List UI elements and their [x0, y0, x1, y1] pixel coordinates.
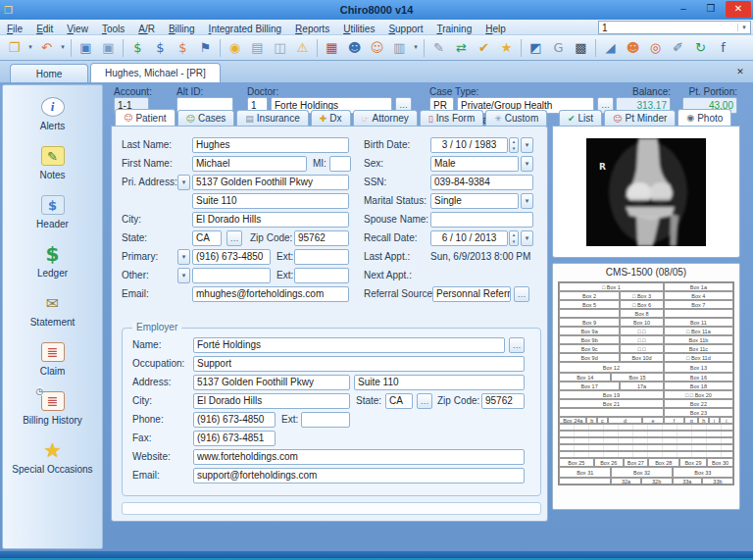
menu-item-integrated-billing[interactable]: Integrated Billing — [202, 24, 289, 34]
other-phone-dropdown-icon[interactable]: ▾ — [177, 268, 190, 283]
coin-icon[interactable]: ◉ — [225, 37, 245, 58]
target-icon[interactable]: ◎ — [645, 37, 666, 58]
ssn-input[interactable]: 039-84-9384 — [430, 175, 533, 190]
sidebar-item-claim[interactable]: ≣Claim — [3, 340, 102, 377]
refund-dollar-icon[interactable]: $ — [173, 37, 193, 58]
primary-phone-input[interactable]: (916) 673-4850 — [192, 249, 271, 265]
puzzle-icon[interactable]: ◩ — [526, 37, 546, 58]
tab-photo[interactable]: ◉Photo — [678, 109, 731, 126]
undo-icon[interactable]: ↶ — [36, 37, 57, 58]
patient-icon[interactable]: ☺ — [367, 37, 387, 58]
primary-ext-input[interactable] — [294, 249, 349, 265]
last-name-input[interactable]: Hughes — [192, 137, 349, 153]
chart-icon[interactable]: ◢ — [600, 37, 621, 58]
mi-input[interactable] — [329, 156, 351, 172]
address-book-icon[interactable]: ▥ — [389, 37, 410, 58]
employer-phone-input[interactable]: (916) 673-4850 — [193, 412, 276, 428]
minimize-button[interactable]: – — [671, 1, 696, 18]
fax-input[interactable]: (916) 673-4851 — [193, 431, 276, 446]
tab-list[interactable]: ✔List — [559, 110, 602, 126]
menu-item-file[interactable]: File — [0, 24, 29, 34]
zip-input[interactable]: 95762 — [294, 230, 349, 246]
patients-icon[interactable]: ☻ — [344, 37, 365, 58]
employer-name-input[interactable]: Forté Holdings — [193, 337, 505, 353]
occupation-input[interactable]: Support — [193, 356, 525, 372]
tab-home[interactable]: Home — [10, 64, 88, 82]
menu-item-help[interactable]: Help — [478, 24, 513, 34]
employer-zip-input[interactable]: 95762 — [481, 393, 525, 409]
menu-item-a-r[interactable]: A/R — [131, 24, 162, 34]
quick-search-combo[interactable]: 1 ▾ — [598, 21, 751, 34]
address2-input[interactable]: Suite 110 — [192, 193, 349, 209]
sidebar-item-ledger[interactable]: $Ledger — [3, 242, 102, 279]
tab-dx[interactable]: ✚Dx — [311, 110, 351, 126]
close-button[interactable]: ✕ — [726, 1, 751, 18]
charge-dollar-icon[interactable]: $ — [150, 37, 171, 58]
address1-input[interactable]: 5137 Golden Foothill Pkwy — [192, 175, 349, 190]
g-service-icon[interactable]: G — [548, 37, 569, 58]
other-ext-input[interactable] — [294, 268, 349, 283]
refresh-icon[interactable]: ↻ — [690, 37, 711, 58]
sidebar-item-notes[interactable]: ✎Notes — [3, 144, 102, 180]
shield-check-icon[interactable]: ✔ — [474, 37, 494, 58]
tab-patient[interactable]: ☺Patient — [115, 109, 176, 126]
edit-pen-icon[interactable]: ✐ — [668, 37, 688, 58]
website-input[interactable]: www.forteholdings.com — [193, 449, 525, 465]
tab-close-icon[interactable]: ✕ — [733, 65, 747, 78]
menu-item-view[interactable]: View — [60, 24, 95, 34]
tab-patient-hughes[interactable]: Hughes, Michael - [PR] — [90, 63, 221, 82]
marital-select[interactable]: Single — [430, 193, 519, 209]
employer-lookup-button[interactable]: … — [509, 337, 525, 353]
sex-dropdown-icon[interactable]: ▾ — [521, 156, 533, 172]
printer-icon[interactable]: ▤ — [247, 37, 268, 58]
recall-date-spinner[interactable]: ▴▾ — [509, 230, 519, 246]
recall-date-input[interactable]: 6 / 10 / 2013 — [430, 230, 508, 246]
chevron-down-icon[interactable]: ▾ — [737, 24, 750, 31]
star-icon[interactable]: ★ — [496, 37, 517, 58]
archive-icon[interactable]: ◫ — [270, 37, 290, 58]
employer-state-lookup-button[interactable]: … — [417, 393, 432, 409]
payment-dollar-icon[interactable]: $ — [127, 37, 148, 58]
first-name-input[interactable]: Michael — [192, 156, 307, 172]
city-input[interactable]: El Dorado Hills — [192, 212, 349, 228]
recall-calendar-button[interactable]: ▾ — [521, 230, 533, 246]
tab-attorney[interactable]: ☞Attorney — [353, 110, 418, 126]
tab-cases[interactable]: ☺Cases — [177, 110, 235, 126]
group-icon[interactable]: ☻ — [623, 37, 643, 58]
calendar-icon[interactable]: ▦ — [322, 37, 342, 58]
warning-icon[interactable]: ⚠ — [292, 37, 313, 58]
employer-email-input[interactable]: support@forteholdings.com — [193, 468, 525, 484]
sidebar-item-special-occasions[interactable]: ★Special Occasions — [3, 438, 102, 475]
referral-input[interactable]: Personnal Referral : — [432, 286, 511, 302]
restore-button[interactable]: ❒ — [698, 1, 724, 18]
chevron-down-icon[interactable]: ▾ — [26, 37, 34, 58]
sex-select[interactable]: Male — [430, 156, 519, 172]
menu-item-utilities[interactable]: Utilities — [336, 24, 381, 34]
chevron-down-icon[interactable]: ▾ — [412, 37, 420, 58]
referral-lookup-button[interactable]: … — [514, 286, 529, 302]
sidebar-item-alerts[interactable]: iAlerts — [3, 95, 102, 131]
email-input[interactable]: mhughes@forteholdings.com — [192, 286, 349, 302]
tab-insurance[interactable]: ▤Insurance — [236, 110, 308, 126]
birth-date-input[interactable]: 3 / 10 / 1983 — [430, 137, 508, 153]
menu-item-billing[interactable]: Billing — [162, 24, 202, 34]
employer-address2-input[interactable]: Suite 110 — [354, 375, 525, 390]
employer-address1-input[interactable]: 5137 Golden Foothill Pkwy — [193, 375, 350, 390]
sidebar-item-billing-history[interactable]: ≣Billing History — [3, 389, 102, 426]
sync-icon[interactable]: ⇄ — [451, 37, 472, 58]
tab-pt-minder[interactable]: ☺Pt Minder — [604, 110, 676, 126]
employer-ext-input[interactable] — [301, 412, 350, 428]
save-all-icon[interactable]: ▣ — [98, 37, 119, 58]
birth-date-spinner[interactable]: ▴▾ — [509, 137, 519, 153]
menu-item-tools[interactable]: Tools — [95, 24, 131, 34]
menu-item-training[interactable]: Training — [429, 24, 478, 34]
tab-custom[interactable]: ✳Custom — [485, 110, 547, 126]
dice-icon[interactable]: ▩ — [571, 37, 591, 58]
save-icon[interactable]: ▣ — [75, 37, 96, 58]
menu-item-reports[interactable]: Reports — [288, 24, 336, 34]
other-phone-input[interactable] — [192, 268, 271, 283]
marital-dropdown-icon[interactable]: ▾ — [521, 193, 533, 209]
signature-pen-icon[interactable]: ✎ — [428, 37, 449, 58]
birth-date-calendar-button[interactable]: ▾ — [521, 137, 533, 153]
chevron-down-icon[interactable]: ▾ — [59, 37, 67, 58]
